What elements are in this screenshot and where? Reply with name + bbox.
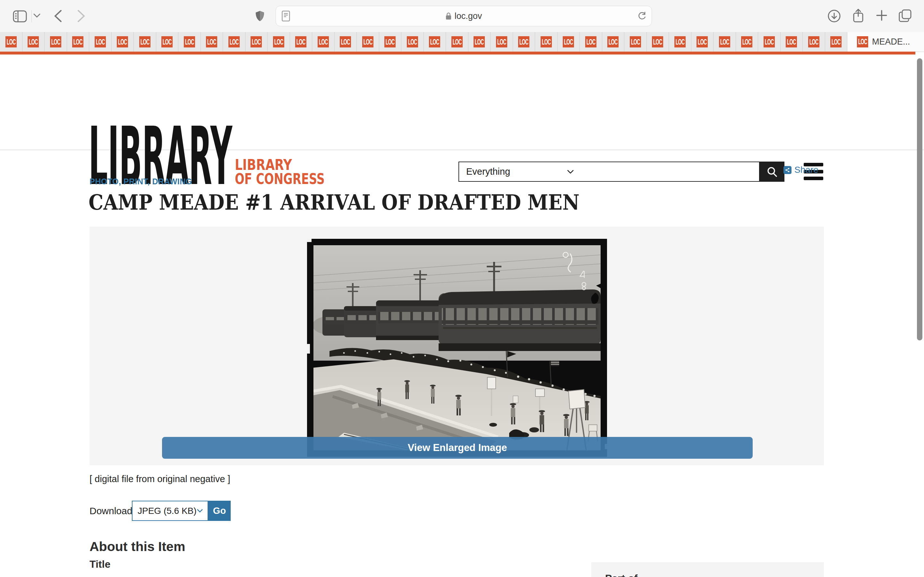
pinned-tab[interactable]: LOC <box>111 32 134 52</box>
download-format-value: JPEG (5.6 KB) <box>137 506 197 516</box>
pinned-tab[interactable]: LOC <box>357 32 379 52</box>
magnifier-icon <box>767 166 778 177</box>
pinned-tab[interactable]: LOC <box>201 32 223 52</box>
loc-logo-subtext: LIBRARY OF CONGRESS <box>235 157 331 188</box>
tab-strip: LOCLOCLOCLOCLOCLOCLOCLOCLOCLOCLOCLOCLOCL… <box>0 32 924 52</box>
privacy-shield-icon[interactable] <box>255 11 265 21</box>
loc-favicon: LOC <box>652 36 663 47</box>
pinned-tab[interactable]: LOC <box>714 32 736 52</box>
loc-favicon: LOC <box>808 36 819 47</box>
sidebar-toggle-icon[interactable] <box>13 10 27 23</box>
loc-favicon: LOC <box>696 36 708 47</box>
frame-nick <box>307 239 312 242</box>
pinned-tab[interactable]: LOC <box>446 32 468 52</box>
pinned-tab[interactable]: LOC <box>134 32 156 52</box>
pinned-tab[interactable]: LOC <box>67 32 89 52</box>
loc-top-border <box>0 52 915 55</box>
loc-favicon: LOC <box>764 36 775 47</box>
item-photo[interactable] <box>307 239 607 457</box>
search-input[interactable] <box>580 161 760 182</box>
loc-favicon: LOC <box>719 36 730 47</box>
loc-favicon: LOC <box>273 36 284 47</box>
loc-favicon: LOC <box>27 36 39 47</box>
search-filter-select[interactable]: Everything <box>459 161 580 182</box>
chevron-down-icon <box>197 509 203 513</box>
view-enlarged-image-button[interactable]: View Enlarged Image <box>162 437 753 459</box>
part-of-heading: Part of <box>605 572 638 577</box>
pinned-tab[interactable]: LOC <box>535 32 557 52</box>
loc-favicon: LOC <box>630 36 641 47</box>
pinned-tab[interactable]: LOC <box>312 32 334 52</box>
pinned-tab[interactable]: LOC <box>669 32 691 52</box>
share-icon[interactable] <box>853 9 864 23</box>
pinned-tab[interactable]: LOC <box>647 32 669 52</box>
breadcrumb-format-link[interactable]: PHOTO, PRINT, DRAWING <box>89 177 192 186</box>
pinned-tab[interactable]: LOC <box>624 32 647 52</box>
pinned-tab[interactable]: LOC <box>290 32 312 52</box>
pinned-tab[interactable]: LOC <box>424 32 446 52</box>
loc-favicon: LOC <box>473 36 485 47</box>
new-tab-icon[interactable] <box>876 10 887 21</box>
frame-nick <box>307 344 310 354</box>
pinned-tab[interactable]: LOC <box>580 32 602 52</box>
search-submit-button[interactable] <box>760 161 784 182</box>
pinned-tab[interactable]: LOC <box>178 32 201 52</box>
logo-sub-line2: OF CONGRESS <box>235 170 325 187</box>
pinned-tab[interactable]: LOC <box>825 32 848 52</box>
loc-favicon: LOC <box>295 36 306 47</box>
loc-favicon: LOC <box>429 36 440 47</box>
active-tab[interactable]: LOC MEADE... <box>847 32 924 52</box>
pinned-tab[interactable]: LOC <box>379 32 402 52</box>
pinned-tab[interactable]: LOC <box>334 32 357 52</box>
share-label: Share <box>795 165 819 175</box>
chevron-down-icon <box>567 169 574 174</box>
loc-favicon: LOC <box>563 36 574 47</box>
tab-overview-icon[interactable] <box>898 9 912 23</box>
pinned-tab[interactable]: LOC <box>0 32 23 52</box>
pinned-tab[interactable]: LOC <box>268 32 290 52</box>
download-format-select[interactable]: JPEG (5.6 KB) <box>132 501 208 521</box>
loc-favicon: LOC <box>451 36 463 47</box>
pinned-tab[interactable]: LOC <box>803 32 825 52</box>
pinned-tab[interactable]: LOC <box>513 32 535 52</box>
download-go-button[interactable]: Go <box>208 501 231 521</box>
search-filter-value: Everything <box>466 166 510 177</box>
loc-favicon: LOC <box>228 36 240 47</box>
pinned-tab[interactable]: LOC <box>691 32 714 52</box>
chevron-down-icon[interactable] <box>33 13 40 18</box>
loc-favicon: LOC <box>184 36 195 47</box>
reload-icon[interactable] <box>638 11 646 21</box>
pinned-tab[interactable]: LOC <box>780 32 803 52</box>
address-bar[interactable]: loc.gov <box>276 6 652 26</box>
loc-favicon: LOC <box>857 36 868 47</box>
pinned-tab[interactable]: LOC <box>602 32 625 52</box>
downloads-icon[interactable] <box>827 9 841 23</box>
pinned-tab[interactable]: LOC <box>468 32 491 52</box>
pinned-tab[interactable]: LOC <box>23 32 45 52</box>
safari-window: loc.gov LOCLOC <box>0 0 924 577</box>
loc-favicon: LOC <box>585 36 596 47</box>
pinned-tab[interactable]: LOC <box>557 32 580 52</box>
back-button[interactable] <box>54 10 62 23</box>
page-scrollbar-thumb[interactable] <box>917 58 922 340</box>
pinned-tab[interactable]: LOC <box>223 32 246 52</box>
pinned-tab[interactable]: LOC <box>401 32 424 52</box>
pinned-tab[interactable]: LOC <box>45 32 67 52</box>
image-viewer-panel: View Enlarged Image <box>89 227 824 465</box>
loc-favicon: LOC <box>50 36 61 47</box>
pinned-tab[interactable]: LOC <box>758 32 780 52</box>
pinned-tab[interactable]: LOC <box>89 32 111 52</box>
photo-caption: [ digital file from original negative ] <box>89 474 230 484</box>
loc-favicon: LOC <box>541 36 552 47</box>
pinned-tab[interactable]: LOC <box>736 32 758 52</box>
loc-favicon: LOC <box>407 36 418 47</box>
part-of-panel: Part of <box>591 562 824 577</box>
forward-button[interactable] <box>77 10 86 23</box>
reader-view-icon[interactable] <box>282 11 290 21</box>
loc-favicon: LOC <box>117 36 128 47</box>
share-link[interactable]: Share <box>783 165 819 175</box>
pinned-tab[interactable]: LOC <box>491 32 513 52</box>
pinned-tabs: LOCLOCLOCLOCLOCLOCLOCLOCLOCLOCLOCLOCLOCL… <box>0 32 847 52</box>
pinned-tab[interactable]: LOC <box>246 32 268 52</box>
pinned-tab[interactable]: LOC <box>156 32 179 52</box>
